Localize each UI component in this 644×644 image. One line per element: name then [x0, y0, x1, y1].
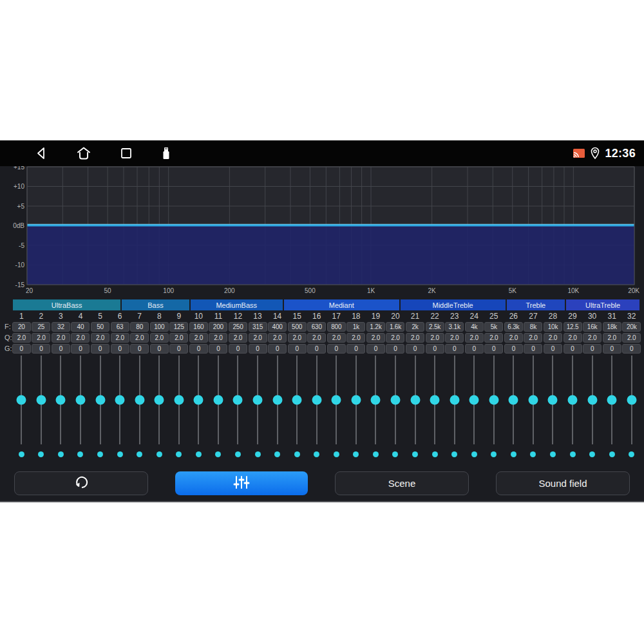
gain-slider[interactable] [267, 355, 287, 444]
gain-value[interactable]: 0 [426, 344, 444, 354]
gain-slider[interactable] [464, 355, 484, 444]
gain-value[interactable]: 0 [52, 344, 70, 354]
q-value[interactable]: 2.0 [484, 333, 503, 343]
q-value[interactable]: 2.0 [52, 333, 70, 343]
q-value[interactable]: 2.0 [229, 333, 247, 343]
frequency-value[interactable]: 12.5 [564, 322, 582, 332]
frequency-value[interactable]: 2.5k [426, 322, 444, 332]
q-value[interactable]: 2.0 [12, 333, 31, 343]
q-value[interactable]: 2.0 [32, 333, 50, 343]
gain-slider[interactable] [12, 355, 32, 444]
gain-value[interactable]: 0 [150, 344, 169, 354]
frequency-value[interactable]: 160 [189, 322, 208, 332]
frequency-value[interactable]: 400 [268, 322, 287, 332]
gain-value[interactable]: 0 [484, 344, 503, 354]
q-value[interactable]: 2.0 [268, 333, 287, 343]
frequency-value[interactable]: 200 [209, 322, 227, 332]
gain-value[interactable]: 0 [169, 344, 188, 354]
slider-thumb[interactable] [56, 395, 66, 405]
q-value[interactable]: 2.0 [524, 333, 542, 343]
gain-slider[interactable] [287, 355, 307, 444]
recents-icon[interactable] [120, 147, 133, 160]
frequency-value[interactable]: 1.6k [386, 322, 404, 332]
gain-slider[interactable] [366, 355, 386, 444]
q-value[interactable]: 2.0 [544, 333, 562, 343]
gain-slider[interactable] [327, 355, 346, 444]
gain-value[interactable]: 0 [366, 344, 385, 354]
gain-value[interactable]: 0 [229, 344, 247, 354]
slider-thumb[interactable] [371, 395, 381, 405]
gain-slider[interactable] [32, 355, 52, 444]
frequency-value[interactable]: 1.2k [366, 322, 385, 332]
gain-value[interactable]: 0 [406, 344, 424, 354]
frequency-value[interactable]: 125 [169, 322, 188, 332]
gain-slider[interactable] [90, 355, 110, 444]
frequency-value[interactable]: 315 [249, 322, 267, 332]
slider-thumb[interactable] [351, 395, 361, 405]
gain-value[interactable]: 0 [209, 344, 227, 354]
slider-thumb[interactable] [155, 395, 164, 405]
slider-thumb[interactable] [75, 395, 85, 405]
gain-slider[interactable] [51, 355, 71, 444]
slider-thumb[interactable] [312, 395, 321, 405]
gain-slider[interactable] [504, 355, 524, 444]
q-value[interactable]: 2.0 [504, 333, 523, 343]
frequency-value[interactable]: 10k [544, 322, 562, 332]
gain-value[interactable]: 0 [386, 344, 404, 354]
gain-value[interactable]: 0 [12, 344, 31, 354]
scene-button[interactable]: Scene [335, 471, 469, 495]
gain-slider[interactable] [169, 355, 189, 444]
frequency-value[interactable]: 25 [32, 322, 50, 332]
q-value[interactable]: 2.0 [386, 333, 404, 343]
slider-thumb[interactable] [174, 395, 184, 405]
gain-value[interactable]: 0 [327, 344, 346, 354]
sound-field-button[interactable]: Sound field [496, 471, 630, 495]
slider-thumb[interactable] [194, 395, 204, 405]
q-value[interactable]: 2.0 [189, 333, 208, 343]
frequency-value[interactable]: 8k [524, 322, 542, 332]
slider-thumb[interactable] [587, 395, 597, 405]
slider-thumb[interactable] [469, 395, 479, 405]
frequency-value[interactable]: 100 [150, 322, 169, 332]
frequency-value[interactable]: 32 [52, 322, 70, 332]
slider-thumb[interactable] [272, 395, 282, 405]
slider-thumb[interactable] [528, 395, 538, 405]
frequency-value[interactable]: 16k [583, 322, 601, 332]
reset-button[interactable] [14, 471, 148, 495]
q-value[interactable]: 2.0 [209, 333, 227, 343]
frequency-value[interactable]: 3.1k [445, 322, 464, 332]
gain-slider[interactable] [71, 355, 91, 444]
gain-slider[interactable] [228, 355, 248, 444]
gain-slider[interactable] [524, 355, 544, 444]
gain-value[interactable]: 0 [622, 344, 641, 354]
q-value[interactable]: 2.0 [169, 333, 188, 343]
gain-slider[interactable] [209, 355, 229, 444]
q-value[interactable]: 2.0 [583, 333, 601, 343]
q-value[interactable]: 2.0 [406, 333, 424, 343]
slider-thumb[interactable] [36, 395, 46, 405]
gain-value[interactable]: 0 [603, 344, 621, 354]
frequency-value[interactable]: 40 [71, 322, 90, 332]
frequency-value[interactable]: 5k [484, 322, 503, 332]
q-value[interactable]: 2.0 [564, 333, 582, 343]
frequency-value[interactable]: 50 [91, 322, 109, 332]
gain-slider[interactable] [602, 355, 622, 444]
gain-slider[interactable] [582, 355, 602, 444]
gain-slider[interactable] [405, 355, 425, 444]
gain-slider[interactable] [621, 355, 641, 444]
slider-thumb[interactable] [410, 395, 420, 405]
q-value[interactable]: 2.0 [71, 333, 90, 343]
slider-thumb[interactable] [213, 395, 223, 405]
q-value[interactable]: 2.0 [426, 333, 444, 343]
gain-value[interactable]: 0 [524, 344, 542, 354]
gain-slider[interactable] [444, 355, 464, 444]
gain-value[interactable]: 0 [288, 344, 307, 354]
slider-thumb[interactable] [115, 395, 125, 405]
equalizer-button[interactable] [175, 471, 308, 495]
frequency-value[interactable]: 1k [346, 322, 365, 332]
slider-thumb[interactable] [509, 395, 518, 405]
q-value[interactable]: 2.0 [249, 333, 267, 343]
slider-thumb[interactable] [253, 395, 263, 405]
slider-thumb[interactable] [332, 395, 341, 405]
frequency-value[interactable]: 80 [130, 322, 149, 332]
